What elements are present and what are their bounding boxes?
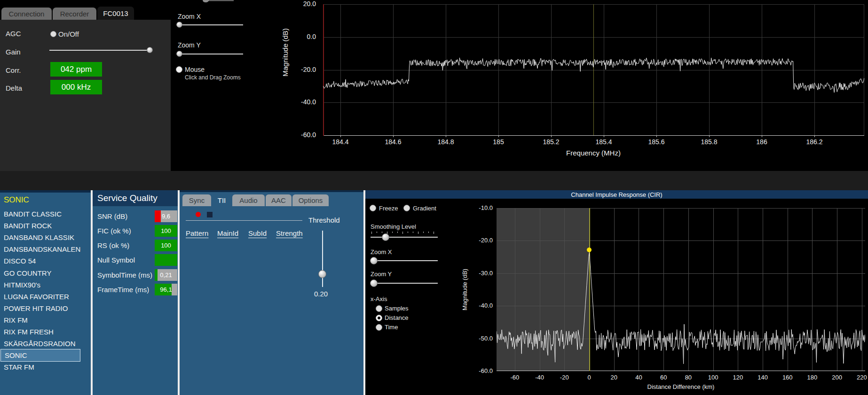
cir-xlabel: Distance Difference (km) [634, 383, 728, 390]
cir-xaxis-radio-distance[interactable] [376, 315, 382, 321]
spec-zoom-x-label: Zoom X [178, 13, 201, 20]
spec-zoom-y-label: Zoom Y [178, 41, 201, 49]
cir-xaxis-radio-time[interactable] [376, 324, 382, 331]
mouse-zoom-hint: Click and Drag Zooms [185, 74, 241, 81]
station-list-item[interactable]: STAR FM [0, 361, 88, 373]
gradient-radio[interactable] [403, 205, 410, 211]
tii-tab-sync[interactable]: Sync [182, 194, 211, 206]
cutoff-slider-track[interactable] [208, 0, 234, 1]
cir-zoom-y-label: Zoom Y [371, 271, 392, 278]
status-bar: DAB+ 6C EId: E204 VIAPLAY RADIO 2025-05-… [0, 171, 868, 190]
cir-plot[interactable]: -60-40-20020406080100120140160180200220D… [497, 208, 865, 371]
spec-zoom-y-handle[interactable] [176, 51, 182, 57]
tuner-panel: ConnectionRecorderFC0013 AGC On/Off Gain… [0, 0, 171, 171]
freeze-radio[interactable] [370, 205, 376, 211]
threshold-label: Threshold [308, 216, 340, 224]
ensemble-title: SONIC [4, 195, 29, 205]
station-list-item[interactable]: RIX FM [0, 314, 88, 326]
cir-zoom-x-label: Zoom X [371, 248, 392, 256]
station-list-item[interactable]: SKÄRGÅRDSRADION [0, 338, 88, 349]
cir-zoom-y-handle[interactable] [370, 279, 378, 287]
station-list-item[interactable]: RIX FM FRESH [0, 326, 88, 338]
station-list-item[interactable]: GO COUNTRY [0, 267, 88, 279]
smoothing-tick [413, 232, 413, 233]
cir-zoom-x-handle[interactable] [370, 257, 378, 264]
sq-row-label: RS (ok %) [97, 241, 129, 249]
ytick-label: -60.0 [455, 367, 493, 374]
ytick-label: 0.0 [282, 33, 316, 40]
sq-row-label: SymbolTime (ms) [97, 271, 152, 279]
sq-bar-value: 9,6 [155, 210, 177, 222]
ytick-label: -40.0 [455, 302, 493, 309]
tii-column-mainid: MainId [217, 229, 238, 237]
spectrum-xlabel: Frequency (MHz) [546, 149, 640, 157]
tii-stop-indicator-icon[interactable] [207, 212, 213, 217]
cir-xaxis-group-label: x-Axis [371, 295, 387, 302]
tii-tab-options[interactable]: Options [292, 194, 329, 206]
agc-radio[interactable] [50, 31, 56, 37]
threshold-value: 0.20 [314, 290, 328, 298]
spec-zoom-x-track[interactable] [176, 24, 243, 25]
ytick-label: -10.0 [455, 204, 493, 211]
tuner-panel-body [0, 20, 171, 171]
ytick-label: -20.0 [455, 237, 493, 244]
spec-zoom-y-track[interactable] [176, 54, 243, 54]
trace [497, 208, 865, 372]
xtick-label: 184.8 [432, 138, 460, 146]
smoothing-tick [377, 232, 377, 233]
smoothing-tick [397, 232, 398, 233]
sq-bar-null [155, 254, 177, 266]
station-list-item[interactable]: BANDIT CLASSIC [0, 208, 88, 220]
threshold-slider-handle[interactable] [318, 270, 326, 278]
tuner-tab-fc0013[interactable]: FC0013 [97, 7, 134, 20]
service-quality-panel: Service Quality SNR (dB)9,6FIC (ok %)100… [93, 190, 178, 395]
sq-bar-snr: 9,6 [155, 210, 177, 222]
spectrum-plot[interactable]: 184.4184.6184.8185185.2185.4185.6185.818… [323, 4, 864, 135]
smoothing-tick [423, 232, 424, 233]
peak-marker-dot [587, 248, 592, 252]
cir-zoom-y-track[interactable] [371, 283, 438, 284]
xtick-label: 186 [748, 138, 776, 146]
radio-dot [378, 317, 380, 319]
gain-slider-track[interactable] [49, 50, 152, 51]
spec-zoom-x-handle[interactable] [176, 22, 182, 28]
tuner-tab-recorder[interactable]: Recorder [53, 8, 96, 20]
tii-tab-aac[interactable]: AAC [266, 194, 292, 206]
corr-label: Corr. [6, 66, 21, 74]
xtick-label: 185.4 [590, 138, 618, 146]
xtick-label: 20 [602, 374, 626, 381]
station-list-item[interactable]: DANSBAND KLASSIK [0, 232, 88, 243]
ytick-label: 20.0 [282, 0, 316, 8]
mouse-zoom-radio[interactable] [176, 66, 182, 73]
station-list-item[interactable]: HITMIX90's [0, 279, 88, 291]
smoothing-label: Smoothing Level [371, 223, 416, 230]
tii-column-strength: Strength [276, 229, 303, 237]
ytick-label: -60.0 [282, 131, 316, 139]
threshold-slider-track[interactable] [322, 231, 323, 287]
service-quality-header: Service Quality [93, 190, 178, 206]
tii-tab-tii[interactable]: TII [212, 194, 231, 206]
tii-record-indicator-icon[interactable] [196, 212, 201, 217]
tuner-tab-connection[interactable]: Connection [1, 8, 52, 20]
station-list-item[interactable]: LUGNA FAVORITER [0, 291, 88, 302]
station-list-item[interactable]: BANDIT ROCK [0, 220, 88, 232]
station-list-item[interactable]: DISCO 54 [0, 255, 88, 267]
station-list-item[interactable]: SONIC [1, 349, 80, 361]
xtick-label: -20 [552, 374, 576, 381]
gain-slider-handle[interactable] [147, 47, 153, 53]
xtick-label: -40 [528, 374, 552, 381]
station-list-item[interactable]: DANSBANDSKANALEN [0, 243, 88, 255]
smoothing-slider-handle[interactable] [382, 233, 389, 241]
cir-zoom-x-track[interactable] [371, 260, 438, 261]
smoothing-slider-track[interactable] [371, 237, 438, 238]
ytick-label: -30.0 [455, 270, 493, 277]
xtick-label: 200 [825, 374, 849, 381]
sq-bar-value: 96,1 [155, 284, 177, 295]
xtick-label: 186.2 [800, 138, 829, 146]
station-list-item[interactable]: POWER HIT RADIO [0, 302, 88, 314]
agc-label: AGC [6, 30, 21, 38]
xtick-label: 60 [652, 374, 675, 381]
cir-xaxis-radio-samples[interactable] [376, 305, 382, 312]
tii-tab-audio[interactable]: Audio [232, 194, 265, 206]
gain-label: Gain [6, 48, 21, 56]
